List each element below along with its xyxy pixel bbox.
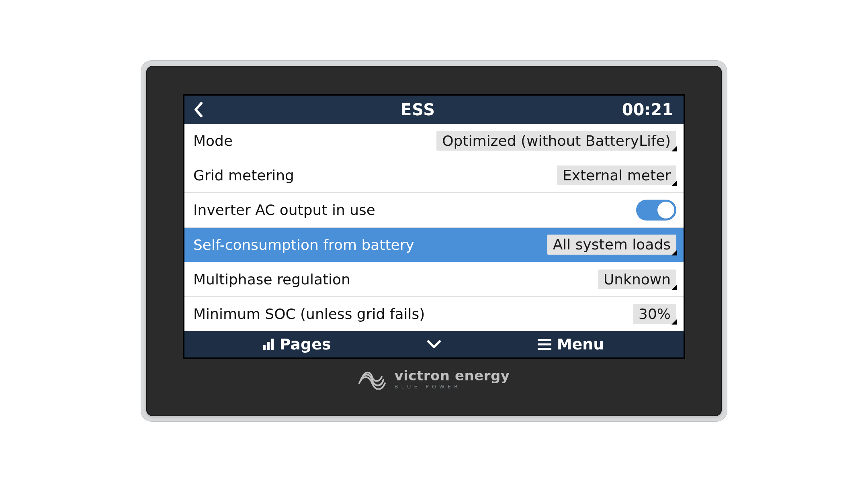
screen: ESS 00:21 Mode Optimized (without Batter… <box>183 94 685 359</box>
row-label: Self-consumption from battery <box>193 237 414 253</box>
row-value-dropdown[interactable]: Optimized (without BatteryLife) <box>436 131 676 151</box>
pages-label: Pages <box>279 335 331 353</box>
row-label: Mode <box>193 133 233 149</box>
row-label: Multiphase regulation <box>193 271 350 288</box>
clock: 00:21 <box>611 100 684 119</box>
row-value-dropdown[interactable]: All system loads <box>547 235 676 254</box>
page-title: ESS <box>225 100 611 119</box>
brand-logo: victron energy BLUE POWER <box>358 368 510 390</box>
back-button[interactable] <box>184 102 225 118</box>
header-bar: ESS 00:21 <box>184 96 684 124</box>
row-label: Minimum SOC (unless grid fails) <box>193 306 425 322</box>
brand-tagline: BLUE POWER <box>395 384 510 389</box>
hamburger-icon <box>538 339 551 350</box>
chevron-down-icon <box>426 339 442 349</box>
brand-mark-icon <box>358 368 387 390</box>
row-minimum-soc[interactable]: Minimum SOC (unless grid fails) 30% <box>184 297 684 331</box>
row-value-dropdown[interactable]: External meter <box>557 165 676 185</box>
row-label: Grid metering <box>193 167 294 184</box>
row-grid-metering[interactable]: Grid metering External meter <box>184 158 684 193</box>
menu-label: Menu <box>557 335 604 353</box>
row-value-dropdown[interactable]: 30% <box>633 304 676 324</box>
row-multiphase-regulation[interactable]: Multiphase regulation Unknown <box>184 262 684 297</box>
row-self-consumption[interactable]: Self-consumption from battery All system… <box>184 228 684 262</box>
chevron-left-icon <box>193 102 204 118</box>
row-mode[interactable]: Mode Optimized (without BatteryLife) <box>184 124 684 158</box>
menu-button[interactable]: Menu <box>458 335 684 353</box>
row-inverter-ac-output[interactable]: Inverter AC output in use <box>184 193 684 227</box>
toggle-switch[interactable] <box>636 200 676 221</box>
pages-button[interactable]: Pages <box>184 335 410 353</box>
footer-bar: Pages Menu <box>184 331 684 357</box>
brand-name: victron energy <box>395 369 510 382</box>
toggle-knob <box>657 202 674 219</box>
device-bezel: ESS 00:21 Mode Optimized (without Batter… <box>146 66 722 416</box>
device-frame-outer: ESS 00:21 Mode Optimized (without Batter… <box>141 60 727 422</box>
row-value-dropdown[interactable]: Unknown <box>598 270 676 289</box>
row-label: Inverter AC output in use <box>193 202 375 218</box>
settings-list: Mode Optimized (without BatteryLife) Gri… <box>184 124 684 331</box>
bars-icon <box>263 339 274 350</box>
scroll-down-button[interactable] <box>410 339 458 349</box>
